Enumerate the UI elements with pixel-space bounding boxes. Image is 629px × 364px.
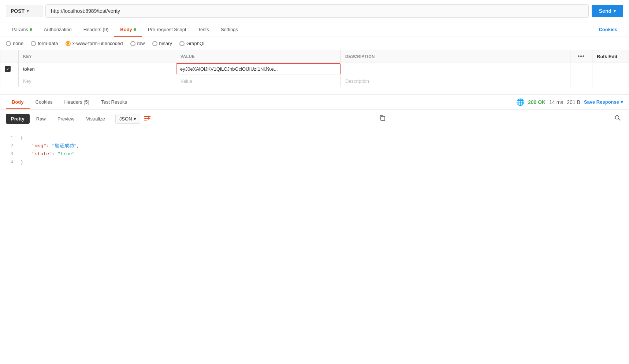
save-response-button[interactable]: Save Response ▾: [584, 99, 623, 105]
radio-urlencoded-label: x-www-form-urlencoded: [72, 41, 123, 46]
placeholder-value-cell[interactable]: Value: [176, 75, 341, 87]
tab-body-label: Body: [120, 27, 132, 32]
radio-binary-label: binary: [159, 41, 172, 46]
row-value-cell[interactable]: eyJ0eXAiOiJKV1QiLCJhbGciOiJIUzI1NiJ9.e..…: [176, 63, 341, 75]
url-bar: POST ▾ Send ▾: [0, 0, 629, 22]
search-button[interactable]: [612, 113, 623, 124]
tab-pre-request-script[interactable]: Pre-request Script: [142, 22, 192, 37]
response-section: Body Cookies Headers (5) Test Results 🌐 …: [0, 94, 629, 172]
format-type-select[interactable]: JSON ▾: [115, 114, 140, 124]
svg-rect-3: [381, 116, 385, 120]
code-view: 1 { 2 "msg": "验证成功", 3 "state": "true" 4…: [0, 128, 629, 172]
response-tab-body-label: Body: [12, 99, 24, 105]
radio-urlencoded-circle: [66, 41, 71, 46]
tab-cookies-label: Cookies: [599, 27, 617, 32]
method-chevron-icon: ▾: [27, 9, 38, 14]
tab-pre-request-label: Pre-request Script: [148, 27, 186, 32]
radio-urlencoded[interactable]: x-www-form-urlencoded: [66, 41, 123, 46]
response-tab-cookies[interactable]: Cookies: [30, 95, 59, 109]
svg-point-4: [615, 116, 619, 119]
radio-form-data[interactable]: form-data: [31, 41, 58, 46]
radio-graphql[interactable]: GraphQL: [179, 41, 206, 46]
format-tab-raw[interactable]: Raw: [31, 114, 51, 124]
method-select[interactable]: POST ▾: [6, 5, 42, 17]
code-line-1: 1 {: [6, 134, 623, 142]
code-bracket-close: }: [21, 158, 23, 166]
placeholder-key-cell[interactable]: Key: [19, 75, 176, 87]
format-tab-visualize-label: Visualize: [86, 116, 105, 122]
response-status: 200 OK: [528, 99, 546, 105]
globe-icon: 🌐: [516, 98, 524, 106]
line-num-1: 1: [6, 134, 13, 142]
col-checkbox: [0, 50, 19, 63]
radio-raw-label: raw: [137, 41, 145, 46]
response-tab-body[interactable]: Body: [6, 95, 30, 109]
format-type-label: JSON: [119, 116, 132, 122]
copy-button[interactable]: [377, 113, 388, 124]
col-key-header: KEY: [19, 50, 176, 63]
row-key-value: token: [23, 66, 35, 72]
tab-tests[interactable]: Tests: [192, 22, 215, 37]
placeholder-bulk-cell: [592, 75, 629, 87]
col-desc-header: DESCRIPTION: [341, 50, 570, 63]
more-options-icon[interactable]: •••: [578, 53, 585, 59]
radio-none-circle: [6, 41, 11, 46]
response-tab-cookies-label: Cookies: [36, 99, 53, 105]
response-tabs-bar: Body Cookies Headers (5) Test Results 🌐 …: [0, 95, 629, 109]
placeholder-actions-cell: [570, 75, 592, 87]
tab-authorization-label: Authorization: [44, 27, 72, 32]
col-value-header: VALUE: [176, 50, 341, 63]
svg-line-5: [619, 119, 621, 121]
save-response-label: Save Response: [584, 99, 619, 105]
radio-binary[interactable]: binary: [152, 41, 172, 46]
row-desc-cell[interactable]: [341, 63, 570, 75]
tab-cookies[interactable]: Cookies: [593, 22, 623, 37]
radio-none-label: none: [13, 41, 23, 46]
response-tab-headers[interactable]: Headers (5): [58, 95, 95, 109]
row-checkbox-cell[interactable]: [0, 63, 19, 75]
format-type-chevron-icon: ▾: [134, 116, 136, 122]
bulk-edit-button[interactable]: Bulk Edit: [597, 54, 617, 59]
placeholder-desc: Description: [345, 78, 369, 84]
col-bulk-edit-header: Bulk Edit: [592, 50, 629, 63]
method-label: POST: [11, 8, 25, 14]
tab-authorization[interactable]: Authorization: [38, 22, 78, 37]
radio-form-data-label: form-data: [38, 41, 58, 46]
response-meta: 🌐 200 OK 14 ms 201 B Save Response ▾: [516, 98, 623, 106]
params-dot: [30, 28, 32, 31]
request-tabs: Params Authorization Headers (9) Body Pr…: [0, 22, 629, 37]
response-tab-test-results[interactable]: Test Results: [95, 95, 133, 109]
row-key-cell[interactable]: token: [19, 63, 176, 75]
radio-none[interactable]: none: [6, 41, 23, 46]
radio-graphql-label: GraphQL: [186, 41, 206, 46]
tab-headers[interactable]: Headers (9): [78, 22, 115, 37]
placeholder-key: Key: [23, 78, 31, 84]
tab-headers-label: Headers (9): [83, 27, 109, 32]
row-actions-cell: [570, 63, 592, 75]
code-bracket-open: {: [21, 134, 23, 142]
line-num-3: 3: [6, 150, 13, 158]
placeholder-checkbox-cell: [0, 75, 19, 87]
params-table-wrapper: KEY VALUE DESCRIPTION ••• Bulk Edit: [0, 50, 629, 87]
format-tab-preview-label: Preview: [57, 116, 74, 122]
tab-body[interactable]: Body: [114, 22, 142, 37]
url-input[interactable]: [45, 4, 589, 18]
table-row: token eyJ0eXAiOiJKV1QiLCJhbGciOiJIUzI1Ni…: [0, 63, 629, 75]
send-button[interactable]: Send ▾: [592, 5, 623, 17]
code-line-3-content: "state": "true": [21, 150, 75, 158]
response-size: 201 B: [567, 99, 580, 105]
placeholder-desc-cell[interactable]: Description: [341, 75, 570, 87]
format-tab-visualize[interactable]: Visualize: [81, 114, 110, 124]
radio-raw-circle: [130, 41, 135, 46]
wrap-icon-button[interactable]: [142, 114, 153, 124]
code-line-3: 3 "state": "true": [6, 150, 623, 158]
format-tab-pretty-label: Pretty: [11, 116, 25, 122]
format-tab-preview[interactable]: Preview: [52, 114, 79, 124]
format-tab-pretty[interactable]: Pretty: [6, 114, 30, 124]
tab-params[interactable]: Params: [6, 22, 38, 37]
row-checkbox[interactable]: [5, 66, 11, 72]
tab-settings[interactable]: Settings: [215, 22, 244, 37]
placeholder-value: Value: [180, 78, 192, 84]
radio-raw[interactable]: raw: [130, 41, 145, 46]
response-tab-test-results-label: Test Results: [101, 99, 127, 105]
